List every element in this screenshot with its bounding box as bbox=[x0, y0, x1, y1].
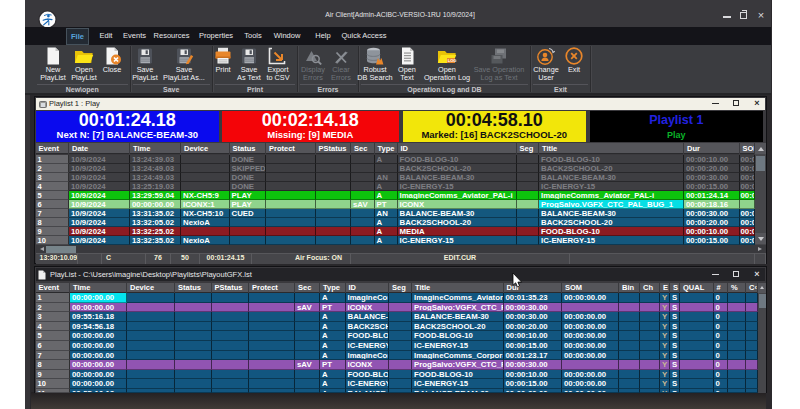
svg-text:LOG: LOG bbox=[448, 58, 457, 63]
